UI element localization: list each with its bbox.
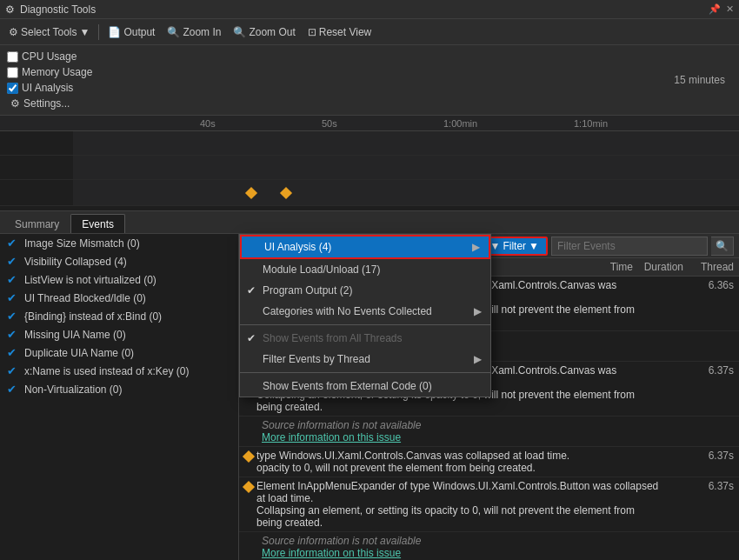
col-header-duration: Duration xyxy=(633,261,683,273)
menu-separator xyxy=(240,324,490,325)
sidebar-item-listview[interactable]: ✔ ListView is not virtualized (0) xyxy=(0,270,238,289)
tabs-row: Summary Events xyxy=(0,211,739,234)
event-content: type Windows.UI.Xaml.Controls.Canvas was… xyxy=(256,450,661,474)
check-icon: ✔ xyxy=(7,273,19,286)
zoom-in-button[interactable]: 🔍 Zoom In xyxy=(162,24,226,40)
dropdown-menu: UI Analysis (4) ▶ Module Load/Unload (17… xyxy=(239,234,491,397)
settings-gear-icon: ⚙ xyxy=(10,97,20,110)
check-icon: ✔ xyxy=(7,237,19,250)
event-meta: 6.37s xyxy=(664,480,734,492)
check-icon: ✔ xyxy=(7,364,19,377)
filter-events-input[interactable] xyxy=(551,237,708,256)
left-sidebar: ✔ Image Size Mismatch (0) ✔ Visibility C… xyxy=(0,234,239,560)
settings-button[interactable]: ⚙ Settings... xyxy=(7,96,99,111)
event-diamond-icon xyxy=(243,450,255,463)
zoom-out-icon: 🔍 xyxy=(233,26,246,38)
menu-item-program-output[interactable]: ✔ Program Output (2) xyxy=(240,280,490,301)
ruler-mark-110min: 1:10min xyxy=(574,118,608,129)
settings-icon: ⚙ xyxy=(9,26,18,38)
cpu-usage-check[interactable]: CPU Usage xyxy=(7,49,99,64)
event-row: Source information is not available More… xyxy=(239,532,739,560)
menu-item-filter-by-thread[interactable]: Filter Events by Thread ▶ xyxy=(240,349,490,370)
time-label: 15 minutes xyxy=(674,74,732,86)
output-icon: 📄 xyxy=(108,26,121,38)
toolbar: ⚙ Select Tools ▼ 📄 Output 🔍 Zoom In 🔍 Zo… xyxy=(0,19,739,45)
event-meta: 6.36s xyxy=(664,279,734,291)
menu-item-show-all-threads: ✔ Show Events from All Threads xyxy=(240,328,490,349)
reset-view-button[interactable]: ⊡ Reset View xyxy=(303,24,376,40)
sidebar-item-missing-uia[interactable]: ✔ Missing UIA Name (0) xyxy=(0,325,238,343)
sidebar-item-visibility-collapsed[interactable]: ✔ Visibility Collapsed (4) xyxy=(0,252,238,270)
col-header-thread: Thread xyxy=(683,261,734,273)
more-info-link[interactable]: More information on this issue xyxy=(262,547,734,559)
track-bg-2 xyxy=(73,156,739,179)
output-button[interactable]: 📄 Output xyxy=(103,24,160,40)
timeline-track-2 xyxy=(0,156,739,180)
filter-icon: ▼ xyxy=(490,240,501,252)
more-info-link[interactable]: More information on this issue xyxy=(262,431,734,443)
menu-item-module-load[interactable]: Module Load/Unload (17) xyxy=(240,259,490,280)
close-icon[interactable]: ✕ xyxy=(726,3,734,15)
event-row: Element InAppMenuExpander of type Window… xyxy=(239,477,739,532)
check-icon: ✔ xyxy=(7,291,19,304)
menu-item-external-code[interactable]: Show Events from External Code (0) xyxy=(240,376,490,397)
separator xyxy=(98,24,99,40)
content-area: ✔ Image Size Mismatch (0) ✔ Visibility C… xyxy=(0,234,739,560)
submenu-arrow-icon: ▶ xyxy=(474,353,482,365)
title-bar: ⚙ Diagnostic Tools 📌 ✕ xyxy=(0,0,739,19)
cpu-usage-checkbox[interactable] xyxy=(7,51,18,63)
filter-button[interactable]: ▼ Filter ▼ xyxy=(482,237,548,256)
memory-usage-check[interactable]: Memory Usage xyxy=(7,64,99,80)
menu-item-ui-analysis[interactable]: UI Analysis (4) ▶ xyxy=(240,235,490,259)
checks-panel: CPU Usage Memory Usage UI Analysis ⚙ Set… xyxy=(0,45,739,116)
title-text: Diagnostic Tools xyxy=(20,3,96,16)
search-button[interactable]: 🔍 xyxy=(711,237,734,256)
zoom-in-icon: 🔍 xyxy=(167,26,180,38)
event-row: Source information is not available More… xyxy=(239,417,739,447)
track-bg-3 xyxy=(73,180,739,205)
ui-analysis-check[interactable]: UI Analysis xyxy=(7,80,99,96)
memory-usage-checkbox[interactable] xyxy=(7,67,18,78)
ruler-mark-50s: 50s xyxy=(322,118,337,129)
ruler-mark-40s: 40s xyxy=(200,118,216,129)
timeline-diamond-1 xyxy=(245,187,257,199)
reset-icon: ⊡ xyxy=(308,26,316,38)
event-row: type Windows.UI.Xaml.Controls.Canvas was… xyxy=(239,447,739,477)
sidebar-item-binding[interactable]: ✔ {Binding} instead of x:Bind (0) xyxy=(0,307,238,325)
tab-events[interactable]: Events xyxy=(70,214,125,233)
event-diamond-icon xyxy=(243,481,255,493)
ui-analysis-checkbox[interactable] xyxy=(7,83,18,94)
checkmark-icon: ✔ xyxy=(247,284,256,297)
menu-item-categories[interactable]: Categories with No Events Collected ▶ xyxy=(240,301,490,322)
menu-separator xyxy=(240,372,490,373)
col-header-time: Time xyxy=(598,261,633,273)
sidebar-item-non-virtualization[interactable]: ✔ Non-Virtualization (0) xyxy=(0,380,238,398)
timeline-ruler: 40s 50s 1:00min 1:10min xyxy=(0,116,739,131)
sidebar-item-xname[interactable]: ✔ x:Name is used instead of x:Key (0) xyxy=(0,362,238,380)
dropdown-arrow-icon: ▼ xyxy=(79,26,90,38)
event-content: Element InAppMenuExpander of type Window… xyxy=(256,480,661,529)
checkmark-icon: ✔ xyxy=(247,332,256,344)
timeline-diamond-2 xyxy=(280,187,292,199)
event-meta: 6.37s xyxy=(664,364,734,377)
timeline-track-3 xyxy=(0,180,739,206)
tab-summary[interactable]: Summary xyxy=(3,214,70,233)
check-icon: ✔ xyxy=(7,346,19,359)
check-icon: ✔ xyxy=(7,328,19,341)
gear-icon: ⚙ xyxy=(5,3,15,16)
pin-icon[interactable]: 📌 xyxy=(709,3,721,15)
zoom-out-button[interactable]: 🔍 Zoom Out xyxy=(228,24,300,40)
check-icon: ✔ xyxy=(7,383,19,396)
submenu-arrow-icon: ▶ xyxy=(472,241,480,253)
event-meta: 6.37s xyxy=(664,450,734,462)
timeline-area: 40s 50s 1:00min 1:10min xyxy=(0,116,739,211)
ruler-mark-1min: 1:00min xyxy=(443,118,477,129)
filter-dropdown-icon: ▼ xyxy=(529,240,539,252)
select-tools-button[interactable]: ⚙ Select Tools ▼ xyxy=(3,24,95,40)
sidebar-item-ui-blocked[interactable]: ✔ UI Thread Blocked/Idle (0) xyxy=(0,289,238,307)
submenu-arrow-icon: ▶ xyxy=(474,305,482,317)
check-icon: ✔ xyxy=(7,310,19,323)
sidebar-item-duplicate-uia[interactable]: ✔ Duplicate UIA Name (0) xyxy=(0,343,238,362)
event-content: Source information is not available More… xyxy=(262,535,734,559)
sidebar-item-image-mismatch[interactable]: ✔ Image Size Mismatch (0) xyxy=(0,234,238,252)
